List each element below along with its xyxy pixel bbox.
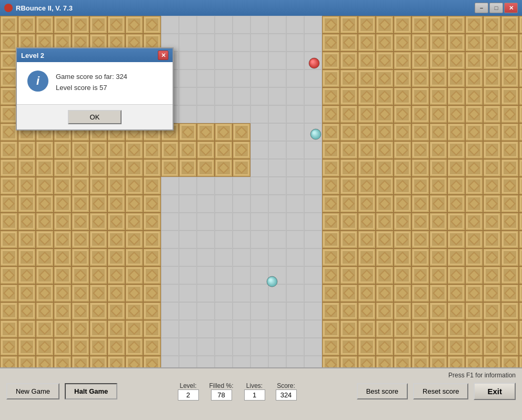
close-button[interactable]: ✕ [504,3,518,13]
status-hint: Press F1 for information [6,371,516,380]
filled-stat: Filled %: 78 [209,382,234,401]
dialog-title: Level 2 [21,52,44,59]
level-label: Level: [179,382,196,389]
halt-game-button[interactable]: Halt Game [65,383,117,399]
game-area: Level 2 ✕ i Game score so far: 324 Level… [0,16,522,367]
filled-value: 78 [211,389,232,401]
lives-stat: Lives: 1 [244,382,265,401]
dialog-messages: Game score so far: 324 Level score is 57 [56,71,127,92]
app-icon [4,4,13,12]
title-bar: RBounce II, V. 7.3 – □ ✕ [0,0,522,16]
status-bar: Press F1 for information New Game Halt G… [0,367,522,420]
reset-score-button[interactable]: Reset score [413,383,468,399]
score-label: Score: [277,382,295,389]
game-score-text: Game score so far: 324 [56,73,127,81]
filled-label: Filled %: [209,382,234,389]
ok-button[interactable]: OK [68,110,122,124]
level-stat: Level: 2 [178,382,199,401]
dialog-icon-row: i Game score so far: 324 Level score is … [27,71,162,92]
maximize-button[interactable]: □ [489,3,503,13]
score-value: 324 [276,389,297,401]
status-bottom: New Game Halt Game Level: 2 Filled %: 78… [6,382,516,401]
info-icon: i [27,71,48,92]
level-score-text: Level score is 57 [56,84,127,92]
best-score-button[interactable]: Best score [357,383,408,399]
dialog-overlay: Level 2 ✕ i Game score so far: 324 Level… [0,16,522,367]
dialog-footer: OK [17,104,173,129]
minimize-button[interactable]: – [475,3,488,13]
new-game-button[interactable]: New Game [6,383,59,399]
dialog-titlebar: Level 2 ✕ [17,48,173,62]
exit-button[interactable]: Exit [474,383,516,400]
lives-label: Lives: [246,382,263,389]
dialog-content: i Game score so far: 324 Level score is … [17,62,173,104]
level-value: 2 [178,389,199,401]
score-stat: Score: 324 [276,382,297,401]
main-content: Level 2 ✕ i Game score so far: 324 Level… [0,16,522,420]
dialog-close-button[interactable]: ✕ [158,51,168,60]
level-dialog: Level 2 ✕ i Game score so far: 324 Level… [16,47,174,131]
window-title: RBounce II, V. 7.3 [16,4,73,12]
title-bar-left: RBounce II, V. 7.3 [4,4,73,12]
window-controls: – □ ✕ [475,3,518,13]
lives-value: 1 [244,389,265,401]
